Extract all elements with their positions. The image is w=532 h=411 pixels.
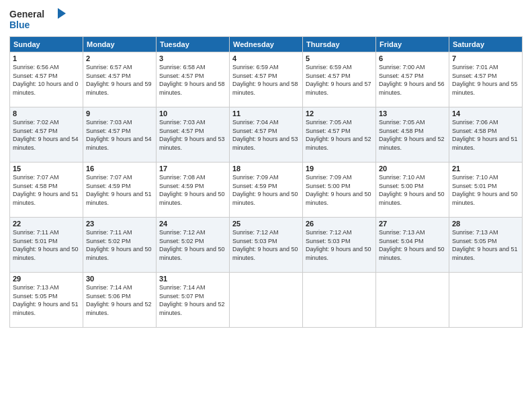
- day-info: Sunrise: 7:12 AMSunset: 5:03 PMDaylight:…: [232, 228, 300, 262]
- day-number: 20: [379, 165, 446, 173]
- col-header-sunday: Sunday: [10, 37, 83, 52]
- day-cell: 25Sunrise: 7:12 AMSunset: 5:03 PMDayligh…: [230, 218, 303, 273]
- day-number: 24: [159, 220, 226, 228]
- day-number: 17: [159, 165, 226, 173]
- day-cell: 7Sunrise: 7:01 AMSunset: 4:57 PMDaylight…: [449, 52, 523, 107]
- calendar-table: SundayMondayTuesdayWednesdayThursdayFrid…: [9, 36, 523, 328]
- svg-text:General: General: [9, 9, 44, 19]
- header: General Blue: [9, 7, 523, 32]
- day-cell: 14Sunrise: 7:06 AMSunset: 4:58 PMDayligh…: [449, 107, 523, 163]
- day-info: Sunrise: 7:10 AMSunset: 5:00 PMDaylight:…: [379, 173, 446, 207]
- day-cell: 8Sunrise: 7:02 AMSunset: 4:57 PMDaylight…: [10, 107, 83, 163]
- day-cell: 13Sunrise: 7:05 AMSunset: 4:58 PMDayligh…: [376, 107, 449, 163]
- day-cell: 3Sunrise: 6:58 AMSunset: 4:57 PMDaylight…: [157, 52, 230, 107]
- day-number: 13: [379, 109, 446, 118]
- day-number: 16: [86, 165, 153, 173]
- day-info: Sunrise: 7:05 AMSunset: 4:58 PMDaylight:…: [379, 118, 446, 152]
- day-cell: [303, 273, 376, 328]
- day-number: 4: [232, 54, 300, 62]
- day-cell: 17Sunrise: 7:08 AMSunset: 4:59 PMDayligh…: [157, 163, 230, 218]
- svg-text:Blue: Blue: [9, 19, 30, 30]
- day-number: 11: [232, 109, 300, 118]
- day-info: Sunrise: 6:58 AMSunset: 4:57 PMDaylight:…: [159, 63, 226, 97]
- day-info: Sunrise: 7:04 AMSunset: 4:57 PMDaylight:…: [232, 118, 300, 152]
- day-number: 21: [452, 165, 519, 173]
- col-header-tuesday: Tuesday: [157, 37, 230, 52]
- day-number: 22: [13, 220, 80, 228]
- day-cell: 15Sunrise: 7:07 AMSunset: 4:58 PMDayligh…: [10, 163, 83, 218]
- day-number: 5: [306, 54, 373, 62]
- day-cell: 1Sunrise: 6:56 AMSunset: 4:57 PMDaylight…: [10, 52, 83, 107]
- day-number: 18: [232, 165, 300, 173]
- day-number: 6: [379, 54, 446, 62]
- day-cell: 2Sunrise: 6:57 AMSunset: 4:57 PMDaylight…: [83, 52, 157, 107]
- day-number: 12: [306, 109, 373, 118]
- day-number: 28: [452, 220, 519, 228]
- day-info: Sunrise: 7:06 AMSunset: 4:58 PMDaylight:…: [452, 118, 519, 152]
- logo: General Blue: [9, 7, 70, 32]
- day-cell: [449, 273, 523, 328]
- week-row-3: 15Sunrise: 7:07 AMSunset: 4:58 PMDayligh…: [10, 163, 523, 218]
- day-cell: 10Sunrise: 7:03 AMSunset: 4:57 PMDayligh…: [157, 107, 230, 163]
- header-row: SundayMondayTuesdayWednesdayThursdayFrid…: [10, 37, 523, 52]
- day-number: 31: [159, 275, 226, 283]
- svg-marker-2: [58, 8, 66, 19]
- day-info: Sunrise: 7:11 AMSunset: 5:01 PMDaylight:…: [13, 228, 80, 262]
- week-row-4: 22Sunrise: 7:11 AMSunset: 5:01 PMDayligh…: [10, 218, 523, 273]
- day-cell: 6Sunrise: 7:00 AMSunset: 4:57 PMDaylight…: [376, 52, 449, 107]
- day-info: Sunrise: 7:05 AMSunset: 4:57 PMDaylight:…: [306, 118, 373, 152]
- day-cell: 18Sunrise: 7:09 AMSunset: 4:59 PMDayligh…: [230, 163, 303, 218]
- day-cell: 12Sunrise: 7:05 AMSunset: 4:57 PMDayligh…: [303, 107, 376, 163]
- day-cell: 5Sunrise: 6:59 AMSunset: 4:57 PMDaylight…: [303, 52, 376, 107]
- day-info: Sunrise: 7:08 AMSunset: 4:59 PMDaylight:…: [159, 173, 226, 207]
- page: General Blue SundayMondayTuesdayWednesda…: [0, 0, 532, 332]
- day-number: 10: [159, 109, 226, 118]
- col-header-friday: Friday: [376, 37, 449, 52]
- day-cell: 20Sunrise: 7:10 AMSunset: 5:00 PMDayligh…: [376, 163, 449, 218]
- day-cell: 23Sunrise: 7:11 AMSunset: 5:02 PMDayligh…: [83, 218, 157, 273]
- day-info: Sunrise: 7:12 AMSunset: 5:03 PMDaylight:…: [306, 228, 373, 262]
- day-number: 15: [13, 165, 80, 173]
- col-header-monday: Monday: [83, 37, 157, 52]
- day-number: 25: [232, 220, 300, 228]
- day-info: Sunrise: 7:14 AMSunset: 5:07 PMDaylight:…: [159, 283, 226, 317]
- week-row-1: 1Sunrise: 6:56 AMSunset: 4:57 PMDaylight…: [10, 52, 523, 107]
- day-info: Sunrise: 7:09 AMSunset: 4:59 PMDaylight:…: [232, 173, 300, 207]
- day-info: Sunrise: 7:01 AMSunset: 4:57 PMDaylight:…: [452, 63, 519, 97]
- col-header-thursday: Thursday: [303, 37, 376, 52]
- day-number: 1: [13, 54, 80, 62]
- day-info: Sunrise: 6:59 AMSunset: 4:57 PMDaylight:…: [232, 63, 300, 97]
- day-info: Sunrise: 6:56 AMSunset: 4:57 PMDaylight:…: [13, 63, 80, 97]
- day-info: Sunrise: 7:09 AMSunset: 5:00 PMDaylight:…: [306, 173, 373, 207]
- day-cell: [376, 273, 449, 328]
- day-info: Sunrise: 7:11 AMSunset: 5:02 PMDaylight:…: [86, 228, 153, 262]
- day-info: Sunrise: 6:59 AMSunset: 4:57 PMDaylight:…: [306, 63, 373, 97]
- day-cell: 30Sunrise: 7:14 AMSunset: 5:06 PMDayligh…: [83, 273, 157, 328]
- day-info: Sunrise: 7:07 AMSunset: 4:58 PMDaylight:…: [13, 173, 80, 207]
- day-number: 3: [159, 54, 226, 62]
- day-cell: 19Sunrise: 7:09 AMSunset: 5:00 PMDayligh…: [303, 163, 376, 218]
- day-number: 9: [86, 109, 153, 118]
- day-number: 7: [452, 54, 519, 62]
- day-info: Sunrise: 7:13 AMSunset: 5:05 PMDaylight:…: [13, 283, 80, 317]
- day-cell: 31Sunrise: 7:14 AMSunset: 5:07 PMDayligh…: [157, 273, 230, 328]
- day-info: Sunrise: 7:12 AMSunset: 5:02 PMDaylight:…: [159, 228, 226, 262]
- day-number: 2: [86, 54, 153, 62]
- day-info: Sunrise: 7:00 AMSunset: 4:57 PMDaylight:…: [379, 63, 446, 97]
- day-info: Sunrise: 6:57 AMSunset: 4:57 PMDaylight:…: [86, 63, 153, 97]
- day-cell: 16Sunrise: 7:07 AMSunset: 4:59 PMDayligh…: [83, 163, 157, 218]
- day-cell: 11Sunrise: 7:04 AMSunset: 4:57 PMDayligh…: [230, 107, 303, 163]
- day-info: Sunrise: 7:03 AMSunset: 4:57 PMDaylight:…: [86, 118, 153, 152]
- day-number: 8: [13, 109, 80, 118]
- day-info: Sunrise: 7:02 AMSunset: 4:57 PMDaylight:…: [13, 118, 80, 152]
- day-number: 14: [452, 109, 519, 118]
- col-header-saturday: Saturday: [449, 37, 523, 52]
- day-number: 27: [379, 220, 446, 228]
- day-info: Sunrise: 7:10 AMSunset: 5:01 PMDaylight:…: [452, 173, 519, 207]
- day-number: 23: [86, 220, 153, 228]
- week-row-2: 8Sunrise: 7:02 AMSunset: 4:57 PMDaylight…: [10, 107, 523, 163]
- day-cell: 26Sunrise: 7:12 AMSunset: 5:03 PMDayligh…: [303, 218, 376, 273]
- day-number: 30: [86, 275, 153, 283]
- day-number: 19: [306, 165, 373, 173]
- day-number: 26: [306, 220, 373, 228]
